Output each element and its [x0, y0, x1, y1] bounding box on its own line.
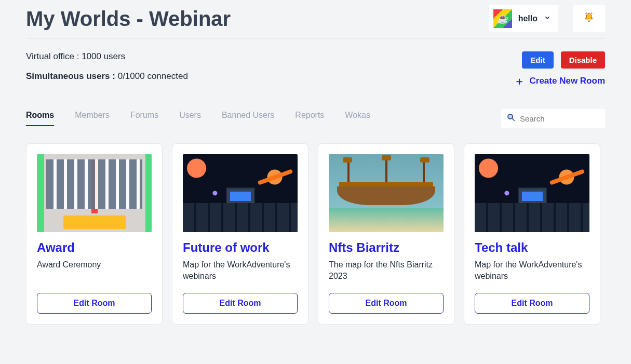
- room-card: Future of work Map for the WorkAdventure…: [172, 143, 308, 325]
- room-title[interactable]: Nfts Biarritz: [329, 240, 444, 255]
- room-title[interactable]: Tech talk: [475, 240, 589, 255]
- page-title: My Worlds - Webinar: [26, 7, 231, 31]
- room-description: The map for the Nfts Biarritz 2023: [329, 259, 444, 282]
- tabs: Rooms Members Forums Users Banned Users …: [26, 111, 370, 126]
- tab-members[interactable]: Members: [75, 111, 110, 126]
- search-icon: [506, 113, 516, 124]
- room-description: Map for the WorkAdventure's webinars: [475, 259, 589, 282]
- tab-users[interactable]: Users: [179, 111, 201, 126]
- create-room-label: Create New Room: [530, 76, 605, 86]
- avatar: ☕: [493, 9, 512, 28]
- tab-wokas[interactable]: Wokas: [345, 111, 370, 126]
- plan-value: 1000 users: [82, 51, 125, 61]
- plus-icon: ＋: [514, 76, 525, 86]
- tab-reports[interactable]: Reports: [295, 111, 324, 126]
- world-stats: Virtual office : 1000 users Simultaneous…: [26, 51, 188, 82]
- plan-label: Virtual office: [26, 51, 74, 61]
- room-thumbnail[interactable]: [37, 154, 152, 232]
- room-cards: Award Award Ceremony Edit Room Future of…: [26, 143, 605, 325]
- edit-room-button[interactable]: Edit Room: [37, 293, 152, 314]
- edit-room-button[interactable]: Edit Room: [183, 293, 298, 314]
- room-thumbnail[interactable]: [475, 154, 589, 232]
- tab-banned-users[interactable]: Banned Users: [222, 111, 274, 126]
- room-thumbnail[interactable]: [329, 154, 444, 232]
- simultaneous-value: 0/1000 connected: [118, 71, 188, 81]
- room-title[interactable]: Award: [37, 240, 152, 255]
- room-card: Tech talk Map for the WorkAdventure's we…: [464, 143, 600, 325]
- user-menu[interactable]: ☕ hello: [489, 5, 558, 32]
- room-description: Award Ceremony: [37, 259, 152, 282]
- tab-forums[interactable]: Forums: [130, 111, 158, 126]
- simultaneous-label: Simultaneous users :: [26, 71, 115, 81]
- plan-line: Virtual office : 1000 users: [26, 51, 188, 62]
- disable-button[interactable]: Disable: [561, 51, 605, 69]
- simultaneous-line: Simultaneous users : 0/1000 connected: [26, 71, 188, 82]
- tab-rooms[interactable]: Rooms: [26, 111, 54, 126]
- search-box[interactable]: [501, 109, 605, 128]
- edit-button[interactable]: Edit: [522, 51, 553, 69]
- bell-icon: [583, 12, 595, 25]
- chevron-down-icon: [544, 14, 551, 23]
- notifications-button[interactable]: [573, 5, 605, 32]
- svg-line-1: [512, 118, 515, 121]
- room-thumbnail[interactable]: [183, 154, 298, 232]
- edit-room-button[interactable]: Edit Room: [475, 293, 589, 314]
- edit-room-button[interactable]: Edit Room: [329, 293, 444, 314]
- room-card: Award Award Ceremony Edit Room: [26, 143, 163, 325]
- create-room-link[interactable]: ＋ Create New Room: [514, 76, 605, 86]
- header: My Worlds - Webinar ☕ hello: [26, 5, 605, 39]
- room-title[interactable]: Future of work: [183, 240, 298, 255]
- search-input[interactable]: [520, 114, 600, 123]
- room-card: Nfts Biarritz The map for the Nfts Biarr…: [318, 143, 454, 325]
- user-name: hello: [518, 14, 538, 23]
- svg-point-0: [508, 114, 513, 119]
- room-description: Map for the WorkAdventure's webinars: [183, 259, 298, 282]
